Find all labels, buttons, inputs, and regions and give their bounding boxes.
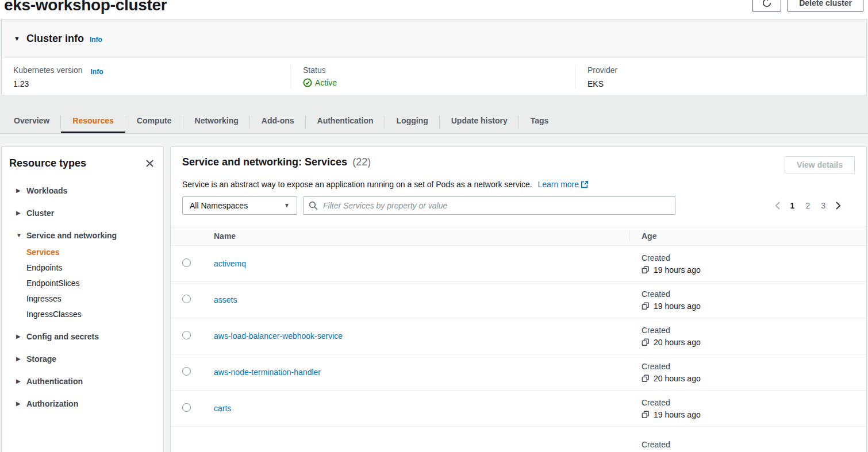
tab-resources[interactable]: Resources [61, 108, 125, 133]
table-header-row: Name Age [171, 226, 866, 246]
row-radio-button[interactable] [182, 258, 191, 267]
age-value: 20 hours ago [654, 338, 701, 347]
group-cluster: ▶ Cluster [16, 208, 155, 218]
chevron-right-icon: ▶ [16, 378, 22, 384]
created-label: Created [642, 398, 866, 407]
table-row-partial: Created [171, 427, 866, 452]
previous-page-button[interactable] [773, 200, 782, 211]
tabs-strip: Overview Resources Compute Networking Ad… [0, 95, 868, 134]
age-value: 20 hours ago [654, 374, 701, 383]
sidebar-item-cluster[interactable]: ▶ Cluster [16, 208, 155, 218]
table-controls: All Namespaces ▼ 1 2 3 [182, 196, 855, 215]
group-label: Authorization [26, 399, 78, 408]
service-link[interactable]: carts [214, 404, 231, 413]
sidebar-item-storage[interactable]: ▶ Storage [16, 354, 155, 364]
tab-logging[interactable]: Logging [385, 108, 440, 133]
delete-cluster-button[interactable]: Delete cluster [788, 0, 863, 12]
tab-add-ons[interactable]: Add-ons [250, 108, 306, 133]
copy-icon[interactable] [642, 374, 650, 383]
age-value: 19 hours ago [654, 265, 701, 275]
sidebar-item-authorization[interactable]: ▶ Authorization [16, 399, 155, 408]
refresh-button[interactable] [752, 0, 781, 12]
sidebar-item-config-and-secrets[interactable]: ▶ Config and secrets [16, 332, 155, 341]
sidebar-title: Resource types [9, 157, 86, 169]
row-radio-button[interactable] [182, 403, 191, 412]
table-row: aws-load-balancer-webhook-service Create… [171, 318, 866, 354]
kubernetes-version-info-link[interactable]: Info [91, 68, 103, 76]
check-circle-icon [303, 78, 312, 87]
chevron-right-icon: ▶ [16, 210, 22, 216]
services-heading: Service and networking: Services (22) [182, 156, 371, 168]
copy-icon[interactable] [642, 302, 650, 310]
kubernetes-version-label: Kubernetes version [13, 65, 83, 75]
group-workloads: ▶ Workloads [16, 186, 155, 195]
service-link[interactable]: activemq [214, 259, 246, 268]
namespace-select[interactable]: All Namespaces ▼ [182, 196, 297, 215]
cluster-info-card: ▼ Cluster info Info Kubernetes version I… [1, 19, 867, 95]
cluster-info-header[interactable]: ▼ Cluster info Info [2, 20, 866, 58]
provider-label: Provider [587, 65, 866, 75]
service-link[interactable]: aws-node-termination-handler [214, 368, 321, 377]
table-row: aws-node-termination-handler Created 20 … [171, 354, 866, 391]
sidebar-item-authentication[interactable]: ▶ Authentication [16, 377, 155, 386]
services-count: (22) [352, 156, 371, 168]
cluster-info-title: Cluster info [26, 33, 84, 45]
group-storage: ▶ Storage [16, 354, 155, 364]
status-label: Status [303, 65, 575, 75]
row-radio-button[interactable] [182, 367, 191, 376]
chevron-right-icon: ▶ [16, 356, 22, 362]
tab-tags[interactable]: Tags [519, 108, 560, 133]
name-column-header: Name [202, 226, 629, 246]
sidebar-item-ingresses[interactable]: Ingresses [26, 294, 155, 303]
sidebar-item-services[interactable]: Services [26, 248, 155, 257]
field-status: Status Active [290, 65, 575, 88]
sidebar-item-ingressclasses[interactable]: IngressClasses [26, 310, 155, 319]
row-radio-button[interactable] [182, 331, 191, 339]
tab-compute[interactable]: Compute [125, 108, 183, 133]
age-column-header: Age [629, 226, 866, 246]
sidebar-item-endpointslices[interactable]: EndpointSlices [26, 279, 155, 288]
group-authorization: ▶ Authorization [16, 399, 155, 408]
sidebar-item-service-and-networking[interactable]: ▼ Service and networking [16, 231, 155, 240]
services-description: Service is an abstract way to expose an … [182, 179, 855, 189]
page-number-2[interactable]: 2 [802, 201, 813, 210]
copy-icon[interactable] [642, 411, 650, 419]
services-description-text: Service is an abstract way to expose an … [182, 180, 532, 189]
provider-value: EKS [587, 79, 866, 88]
collapse-caret-icon: ▼ [14, 36, 20, 42]
next-page-button[interactable] [834, 200, 843, 211]
field-label: Kubernetes version Info [13, 65, 290, 75]
learn-more-link[interactable]: Learn more [537, 180, 589, 189]
chevron-right-icon: ▶ [16, 401, 22, 407]
view-details-button[interactable]: View details [785, 156, 855, 173]
service-networking-sublist: Services Endpoints EndpointSlices Ingres… [26, 248, 155, 319]
sidebar-item-endpoints[interactable]: Endpoints [26, 263, 155, 272]
service-link[interactable]: aws-load-balancer-webhook-service [214, 331, 343, 341]
row-radio-button[interactable] [182, 295, 191, 303]
created-label: Created [642, 440, 866, 449]
cluster-info-info-link[interactable]: Info [90, 36, 102, 44]
table-row: assets Created 19 hours ago [171, 282, 866, 318]
service-link[interactable]: assets [214, 295, 237, 304]
close-sidebar-button[interactable] [144, 158, 155, 169]
age-value: 19 hours ago [654, 302, 701, 311]
page-number-1[interactable]: 1 [788, 201, 798, 210]
copy-icon[interactable] [642, 338, 650, 346]
copy-icon[interactable] [642, 266, 650, 274]
sidebar-item-workloads[interactable]: ▶ Workloads [16, 186, 155, 195]
tab-update-history[interactable]: Update history [440, 108, 519, 133]
chevron-right-icon [835, 203, 842, 212]
page-number-3[interactable]: 3 [818, 201, 828, 210]
search-icon [309, 201, 318, 210]
tab-networking[interactable]: Networking [183, 108, 250, 133]
search-input[interactable] [322, 200, 670, 211]
field-kubernetes-version: Kubernetes version Info 1.23 [2, 65, 290, 88]
status-badge: Active [303, 78, 575, 87]
tab-authentication[interactable]: Authentication [306, 108, 385, 133]
group-config-and-secrets: ▶ Config and secrets [16, 332, 155, 341]
learn-more-label: Learn more [537, 180, 579, 189]
radio-column-header [171, 226, 202, 246]
tab-overview[interactable]: Overview [2, 108, 61, 133]
chevron-left-icon [774, 203, 781, 212]
services-panel: Service and networking: Services (22) Vi… [170, 146, 867, 452]
